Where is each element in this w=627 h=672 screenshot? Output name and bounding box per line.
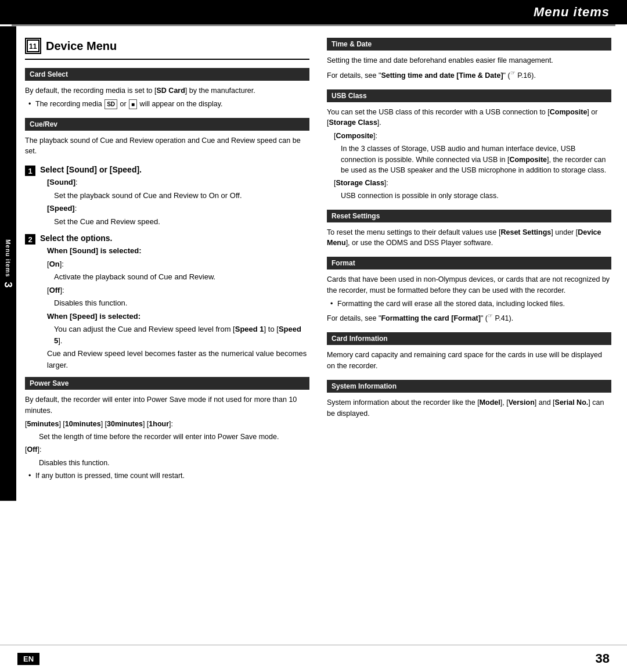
- card-select-bullet1: The recording media SD or ■ will appear …: [25, 99, 309, 110]
- footer-page: 38: [596, 651, 610, 666]
- usb-class-text1: You can set the USB class of this record…: [327, 107, 611, 129]
- system-information-body: System information about the recorder li…: [327, 397, 611, 419]
- power-save-off: [Off]:: [25, 444, 309, 455]
- step1-number: 1: [25, 166, 35, 176]
- speed-label: [Speed]:: [40, 203, 309, 214]
- format-header: Format: [327, 257, 611, 269]
- card-information-text1: Memory card capacity and remaining card …: [327, 350, 611, 372]
- speed-desc: Set the Cue and Review speed.: [40, 216, 309, 228]
- composite-label: [Composite]:: [327, 131, 611, 142]
- format-bullet1: Formatting the card will erase all the s…: [327, 299, 611, 310]
- when-sound-label: When [Sound] is selected:: [40, 245, 309, 257]
- sound-label: [Sound]:: [40, 177, 309, 188]
- storage-label: [Storage Class]:: [327, 178, 611, 189]
- off-desc: Disables this function.: [40, 297, 309, 309]
- card-information-body: Memory card capacity and remaining card …: [327, 350, 611, 372]
- step1-title: Select [Sound] or [Speed].: [40, 165, 309, 174]
- card-icon: ■: [129, 99, 137, 109]
- content-area: 3 Menu items 11 Device Menu: [0, 26, 627, 501]
- power-save-options: [5minutes] [10minutes] [30minutes] [1hou…: [25, 419, 309, 430]
- page-header: Menu items: [0, 0, 627, 24]
- footer: EN 38: [0, 645, 627, 672]
- system-information-header: System Information: [327, 380, 611, 393]
- step2-title: Select the options.: [40, 233, 309, 243]
- storage-desc: USB connection is possible in only stora…: [327, 191, 611, 202]
- left-column: 11 Device Menu Card Select By default, t…: [25, 38, 309, 489]
- right-column: Time & Date Setting the time and date be…: [327, 38, 611, 489]
- when-speed-label: When [Speed] is selected:: [40, 311, 309, 322]
- device-menu-icon: 11: [25, 38, 41, 54]
- time-date-header: Time & Date: [327, 38, 611, 51]
- format-text1: Cards that have been used in non-Olympus…: [327, 274, 611, 296]
- on-desc: Activate the playback sound of Cue and R…: [40, 271, 309, 283]
- time-date-text2: For details, see "Setting time and date …: [327, 69, 611, 81]
- header-title: Menu items: [534, 5, 610, 19]
- power-save-off-desc: Disables this function.: [25, 458, 309, 469]
- sound-desc: Set the playback sound of Cue and Review…: [40, 190, 309, 202]
- power-save-options-desc: Set the length of time before the record…: [25, 432, 309, 443]
- time-date-text1: Setting the time and date beforehand ena…: [327, 55, 611, 66]
- step2: 2 Select the options. When [Sound] is se…: [25, 233, 309, 372]
- reset-settings-header: Reset Settings: [327, 210, 611, 222]
- card-information-header: Card Information: [327, 332, 611, 345]
- step2-number: 2: [25, 234, 35, 245]
- page-wrapper: Menu items 3 Menu items 11 De: [0, 0, 627, 672]
- reset-settings-text1: To reset the menu settings to their defa…: [327, 227, 611, 249]
- time-date-body: Setting the time and date beforehand ena…: [327, 55, 611, 81]
- card-select-body: By default, the recording media is set t…: [25, 85, 309, 110]
- format-text2: For details, see "Formatting the card [F…: [327, 311, 611, 324]
- card-select-header: Card Select: [25, 68, 309, 81]
- card-select-text1: By default, the recording media is set t…: [25, 85, 309, 96]
- speed-range-desc: You can adjust the Cue and Review speed …: [40, 324, 309, 346]
- cue-rev-header: Cue/Rev: [25, 118, 309, 131]
- device-menu-title: 11 Device Menu: [25, 38, 309, 60]
- sidebar-number: 3: [2, 282, 15, 288]
- step1-content: Select [Sound] or [Speed]. [Sound]: Set …: [40, 165, 309, 229]
- usb-class-body: You can set the USB class of this record…: [327, 107, 611, 202]
- power-save-bullet: If any button is pressed, time count wil…: [25, 470, 309, 481]
- reset-settings-body: To reset the menu settings to their defa…: [327, 227, 611, 249]
- usb-class-header: USB Class: [327, 89, 611, 102]
- sidebar-label: Menu items: [5, 239, 12, 277]
- composite-desc: In the 3 classes of Storage, USB audio a…: [327, 143, 611, 176]
- main-columns: 11 Device Menu Card Select By default, t…: [16, 26, 627, 501]
- speed-bullet: Cue and Review speed level becomes faste…: [40, 348, 309, 371]
- power-save-header: Power Save: [25, 377, 309, 390]
- device-menu-title-text: Device Menu: [46, 39, 117, 53]
- on-label: [On]:: [40, 258, 309, 270]
- sidebar-tab: 3 Menu items: [0, 26, 16, 501]
- power-save-body: By default, the recorder will enter into…: [25, 394, 309, 481]
- step2-content: Select the options. When [Sound] is sele…: [40, 233, 309, 372]
- sd-icon: SD: [105, 99, 117, 109]
- off-label: [Off]:: [40, 285, 309, 296]
- cue-rev-body: The playback sound of Cue and Review ope…: [25, 135, 309, 157]
- step1: 1 Select [Sound] or [Speed]. [Sound]: Se…: [25, 165, 309, 229]
- power-save-text1: By default, the recorder will enter into…: [25, 394, 309, 416]
- cue-rev-text1: The playback sound of Cue and Review ope…: [25, 135, 309, 157]
- svg-text:11: 11: [29, 42, 37, 51]
- system-information-text1: System information about the recorder li…: [327, 397, 611, 419]
- footer-lang: EN: [17, 653, 39, 665]
- menu-icon-svg: 11: [26, 39, 40, 53]
- format-body: Cards that have been used in non-Olympus…: [327, 274, 611, 324]
